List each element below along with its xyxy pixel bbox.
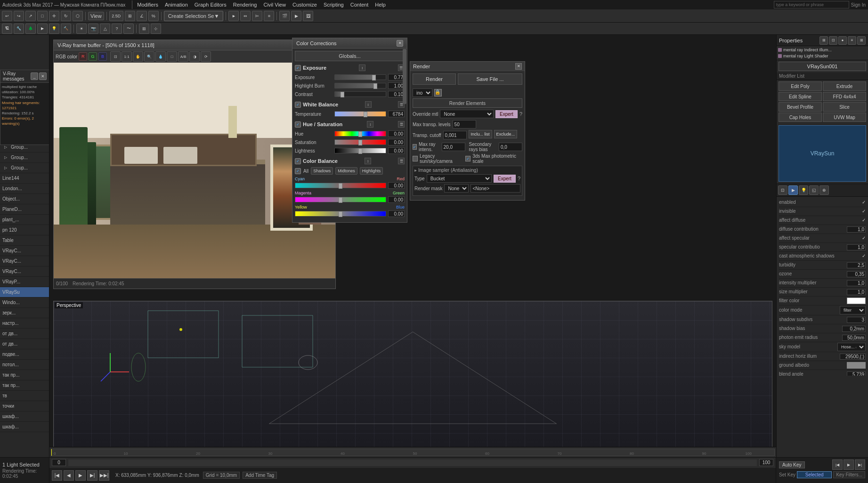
render-panel-close[interactable]: ✕ bbox=[515, 63, 522, 70]
vray-msgs-minimize[interactable]: _ bbox=[31, 72, 38, 80]
channel-b-btn[interactable]: B bbox=[98, 52, 107, 61]
menu-civil-view[interactable]: Civil View bbox=[260, 1, 288, 8]
move-btn[interactable]: ✛ bbox=[49, 11, 59, 21]
render-btn[interactable]: ▶ bbox=[291, 11, 301, 21]
shadow-bias-input[interactable] bbox=[842, 326, 866, 332]
cc-scroll-thumb[interactable] bbox=[403, 49, 406, 104]
key-filters-btn[interactable]: Key Filters... bbox=[833, 471, 865, 478]
scene-item-otdv2[interactable]: от дв... bbox=[0, 339, 49, 349]
ozone-input[interactable] bbox=[847, 271, 866, 277]
scene-item-nastr[interactable]: настр... bbox=[0, 318, 49, 329]
select-region-btn[interactable]: □ bbox=[37, 11, 48, 21]
prop-tab-light[interactable]: 💡 bbox=[799, 185, 808, 195]
preset-select[interactable]: ino bbox=[413, 89, 432, 97]
set-key-btn[interactable]: Auto Key bbox=[779, 461, 805, 468]
nav-next[interactable]: ▶| bbox=[855, 459, 865, 470]
expert-btn[interactable]: Expert bbox=[495, 110, 518, 118]
scene-item-vrayc3[interactable]: VRayC... bbox=[0, 266, 49, 277]
specular-contrib-input[interactable] bbox=[847, 244, 866, 250]
vray-msgs-close[interactable]: ✕ bbox=[39, 72, 47, 80]
edit-poly-btn[interactable]: Edit Poly bbox=[779, 81, 822, 91]
scale-btn[interactable]: ⬡ bbox=[73, 11, 83, 21]
sign-in-btn[interactable]: Sign In bbox=[851, 2, 866, 8]
snap-toggle-btn[interactable]: ⊞ bbox=[125, 11, 135, 21]
cc-midtones-btn[interactable]: Midtones bbox=[335, 167, 357, 175]
ffd-btn[interactable]: FFD 4x4x4 bbox=[823, 92, 866, 101]
redo-btn[interactable]: ↪ bbox=[14, 11, 24, 21]
slice-btn[interactable]: Slice bbox=[823, 102, 866, 112]
percent-snap-btn[interactable]: % bbox=[148, 11, 159, 21]
turbidity-input[interactable] bbox=[847, 262, 866, 268]
angle-snap-btn[interactable]: ∠ bbox=[137, 11, 147, 21]
cc-yelblue-slider[interactable] bbox=[295, 211, 386, 217]
prop-tab-general[interactable]: ⊡ bbox=[778, 185, 787, 195]
rp-icon-btn2[interactable]: ⊡ bbox=[829, 36, 837, 45]
sampler-help-icon[interactable]: ? bbox=[518, 176, 520, 181]
ground-albedo-swatch[interactable] bbox=[847, 362, 866, 369]
cc-exposure-expand[interactable]: ↕ bbox=[359, 64, 365, 71]
diffuse-contrib-input[interactable] bbox=[847, 226, 866, 233]
cc-sat-slider[interactable] bbox=[334, 139, 386, 145]
create-selection-btn[interactable]: Create Selection Se▼ bbox=[164, 11, 224, 21]
nav-prev[interactable]: |◀ bbox=[832, 459, 843, 470]
scene-item-pn[interactable]: pn 120 bbox=[0, 225, 49, 235]
cc-contrast-slider[interactable] bbox=[334, 91, 386, 97]
cc-huesat-expand[interactable]: ↕ bbox=[367, 121, 373, 128]
hierarchy-tab[interactable]: 🌲 bbox=[25, 24, 36, 34]
cc-scrollbar[interactable] bbox=[402, 48, 407, 233]
history-btn[interactable]: ⟳ bbox=[201, 51, 211, 62]
snap-2d-btn[interactable]: 2.5D bbox=[109, 11, 123, 21]
cc-colorbal-expand[interactable]: ↕ bbox=[365, 158, 371, 164]
cameras-btn[interactable]: 📷 bbox=[88, 24, 98, 34]
current-frame-input[interactable] bbox=[52, 459, 66, 466]
color-mode-select[interactable]: filter bbox=[840, 306, 866, 314]
scene-item-line[interactable]: Line144 bbox=[0, 173, 49, 184]
timeline-ruler[interactable]: 0 10 20 30 40 50 60 70 80 90 100 bbox=[51, 449, 775, 456]
override-select[interactable]: None bbox=[440, 110, 494, 118]
scene-item-vraysu[interactable]: VRaySu bbox=[0, 287, 49, 298]
menu-modifiers[interactable]: Modifiers bbox=[134, 1, 161, 8]
include-list-btn[interactable]: Inclu... list bbox=[469, 130, 492, 138]
scene-item-shkaf1[interactable]: шкаф... bbox=[0, 411, 49, 422]
uvw-map-btn[interactable]: UVW Map bbox=[823, 113, 866, 122]
scene-item-plant[interactable]: plant_... bbox=[0, 215, 49, 225]
zoom-fit-btn[interactable]: ⊡ bbox=[110, 51, 121, 62]
render-btn[interactable]: Render bbox=[413, 73, 456, 85]
cc-colorbal-checkbox[interactable]: ✓ bbox=[295, 158, 301, 164]
sampler-expert-btn[interactable]: Expert bbox=[494, 175, 516, 183]
undo-btn[interactable]: ↩ bbox=[2, 11, 12, 21]
secondary-rays-input[interactable] bbox=[499, 143, 522, 151]
modify-tab[interactable]: 🔧 bbox=[14, 24, 24, 34]
rotate-btn[interactable]: ↻ bbox=[61, 11, 71, 21]
menu-content[interactable]: Content bbox=[348, 1, 372, 8]
add-time-tag-btn[interactable]: Add Time Tag bbox=[243, 472, 277, 479]
scene-item-podv[interactable]: подве... bbox=[0, 349, 49, 360]
nav-play[interactable]: ▶ bbox=[844, 459, 854, 470]
menu-rendering[interactable]: Rendering bbox=[230, 1, 260, 8]
shadow-subdivs-input[interactable] bbox=[847, 317, 866, 323]
grid-btn[interactable]: ⊞ bbox=[139, 24, 149, 34]
scene-item-object[interactable]: Object... bbox=[0, 194, 49, 204]
render-frame-btn[interactable]: 🖼 bbox=[303, 11, 313, 21]
scene-item-potol[interactable]: потол... bbox=[0, 360, 49, 370]
bevel-profile-btn[interactable]: Bevel Profile bbox=[779, 102, 822, 112]
photometric-checkbox[interactable]: ✓ bbox=[465, 156, 471, 161]
spacewarps-btn[interactable]: 〜 bbox=[123, 24, 134, 34]
rp-icon-btn1[interactable]: ⊞ bbox=[819, 36, 828, 45]
help-icon[interactable]: ? bbox=[519, 111, 522, 117]
ab-test-btn[interactable]: A/B bbox=[178, 51, 188, 62]
view-label[interactable]: View bbox=[88, 12, 104, 20]
cc-shadows-btn[interactable]: Shadows bbox=[311, 167, 333, 175]
prop-tab-shadow[interactable]: ◱ bbox=[809, 185, 819, 195]
render-mask-input[interactable] bbox=[471, 184, 520, 193]
color-picker-btn[interactable]: 💧 bbox=[155, 51, 166, 62]
go-end-btn[interactable]: ▶▶| bbox=[99, 470, 109, 481]
max-transp-input[interactable] bbox=[453, 120, 476, 129]
cc-title[interactable]: Color Corrections ✕ bbox=[292, 38, 407, 48]
scene-item-takpr1[interactable]: так пр... bbox=[0, 370, 49, 380]
selected-badge[interactable]: Selected bbox=[797, 471, 832, 478]
rp-icon-btn4[interactable]: ≡ bbox=[848, 36, 856, 45]
edit-spline-btn[interactable]: Edit Spline bbox=[779, 92, 822, 101]
photon-radius-input[interactable] bbox=[842, 335, 866, 341]
save-file-btn[interactable]: Save File ... bbox=[458, 73, 522, 85]
